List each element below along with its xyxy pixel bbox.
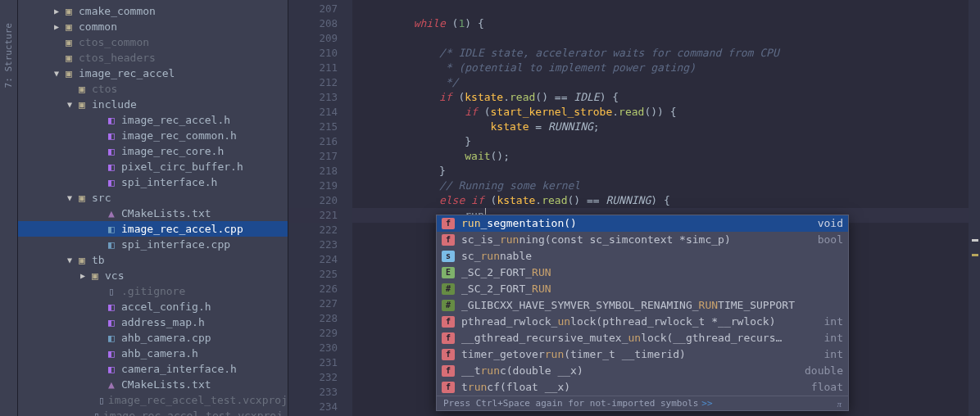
- tree-item-label: CMakeLists.txt: [121, 207, 211, 219]
- completion-item[interactable]: fsc_is_running(const sc_simcontext *simc…: [437, 232, 848, 248]
- code-line-216: }: [352, 134, 969, 149]
- folder-icon: ▣: [75, 254, 88, 266]
- tree-row[interactable]: ▼▣tb: [18, 252, 288, 268]
- tree-row[interactable]: ◧camera_interface.h: [18, 361, 288, 377]
- file-icon: ▯: [93, 409, 100, 416]
- completion-return-type: double: [805, 364, 843, 378]
- marker-strip[interactable]: [969, 0, 980, 416]
- tree-toggle-icon[interactable]: ▶: [51, 22, 62, 31]
- completion-label: _SC_2_FORT_RUN: [461, 265, 843, 280]
- line-number: 212: [288, 75, 338, 90]
- tree-toggle-icon[interactable]: ▶: [77, 271, 88, 280]
- line-number: 232: [288, 370, 338, 385]
- completion-footer: Press Ctrl+Space again for not-imported …: [437, 396, 848, 410]
- editor-area[interactable]: while (1) { /* IDLE state, accelerator w…: [352, 0, 969, 416]
- completion-label: _GLIBCXX_HAVE_SYMVER_SYMBOL_RENAMING_RUN…: [461, 298, 843, 313]
- completion-kind-icon: f: [442, 316, 455, 328]
- tree-row[interactable]: ◧image_rec_common.h: [18, 128, 288, 143]
- tree-row[interactable]: ◧pixel_circ_buffer.h: [18, 159, 288, 174]
- completion-kind-icon: f: [442, 218, 455, 229]
- tree-row[interactable]: ▼▣image_rec_accel: [18, 66, 288, 81]
- completion-item[interactable]: ssc_runnable: [437, 248, 848, 265]
- tree-item-label: cmake_common: [79, 5, 156, 17]
- completion-item[interactable]: frun_segmentation()void: [437, 215, 848, 232]
- tree-row[interactable]: ◧spi_interface.cpp: [18, 237, 288, 252]
- tree-toggle-icon[interactable]: ▼: [64, 193, 75, 202]
- tree-row[interactable]: ▲CMakeLists.txt: [18, 377, 288, 392]
- line-number: 208: [288, 16, 338, 31]
- completion-item[interactable]: f__trunc(double __x)double: [437, 363, 848, 379]
- tree-row[interactable]: ◧image_rec_core.h: [18, 143, 288, 159]
- tree-row[interactable]: ◧image_rec_accel.cpp: [18, 221, 288, 237]
- structure-tool-tab[interactable]: 7: Structure: [0, 0, 18, 416]
- completion-item[interactable]: ftimer_getoverrun(timer_t __timerid)int: [437, 346, 848, 363]
- tree-item-label: CMakeLists.txt: [121, 378, 211, 391]
- completion-item[interactable]: #_SC_2_FORT_RUN: [437, 281, 848, 297]
- tree-row[interactable]: ▯.gitignore: [18, 283, 288, 299]
- completion-kind-icon: E: [442, 267, 455, 278]
- tree-item-label: ahb_camera.cpp: [121, 332, 211, 344]
- tree-item-label: address_map.h: [121, 316, 205, 328]
- tree-row[interactable]: ▶▣common: [18, 19, 288, 34]
- tree-toggle-icon[interactable]: ▼: [64, 255, 75, 265]
- tree-item-label: ctos: [92, 83, 117, 95]
- line-number: 215: [288, 120, 338, 134]
- completion-item[interactable]: fpthread_rwlock_unlock(pthread_rwlock_t …: [437, 314, 848, 330]
- completion-label: sc_runnable: [461, 249, 843, 264]
- tree-row[interactable]: ◧ahb_camera.h: [18, 346, 288, 361]
- line-number: 234: [288, 400, 338, 414]
- tree-row[interactable]: ▶▣vcs: [18, 268, 288, 283]
- code-line-211: * (potential to implement power gating): [352, 61, 969, 75]
- completion-kind-icon: f: [442, 332, 455, 344]
- code-line-217: wait();: [352, 149, 969, 164]
- completion-item[interactable]: #_GLIBCXX_HAVE_SYMVER_SYMBOL_RENAMING_RU…: [437, 297, 848, 314]
- tree-toggle-icon[interactable]: ▼: [51, 69, 62, 78]
- tree-row[interactable]: ◧spi_interface.h: [18, 174, 288, 190]
- tree-row[interactable]: ▲CMakeLists.txt: [18, 206, 288, 221]
- completion-kind-icon: f: [442, 234, 455, 246]
- completion-return-type: float: [811, 380, 843, 395]
- tree-item-label: pixel_circ_buffer.h: [121, 161, 243, 173]
- tree-toggle-icon[interactable]: ▼: [64, 100, 75, 109]
- tree-row[interactable]: ▯image_rec_accel_test.vcxproj.filters: [18, 408, 288, 416]
- tree-row[interactable]: ▣ctos_common: [18, 34, 288, 50]
- tree-toggle-icon[interactable]: ▶: [51, 7, 62, 16]
- line-number: 230: [288, 341, 338, 355]
- code-line-219: // Running some kernel: [352, 179, 969, 193]
- header-file-icon: ◧: [105, 176, 118, 188]
- tree-row[interactable]: ▣ctos: [18, 81, 288, 97]
- tree-row[interactable]: ▶▣cmake_common: [18, 3, 288, 19]
- tree-row[interactable]: ▯image_rec_accel_test.vcxproj: [18, 392, 288, 408]
- completion-item[interactable]: f__gthread_recursive_mutex_unlock(__gthr…: [437, 330, 848, 346]
- tree-row[interactable]: ▼▣src: [18, 190, 288, 206]
- file-icon: ▯: [98, 394, 105, 406]
- pi-icon[interactable]: π: [837, 396, 842, 411]
- completion-item[interactable]: ftruncf(float __x)float: [437, 379, 848, 396]
- tree-row[interactable]: ▼▣include: [18, 97, 288, 112]
- tree-row[interactable]: ◧address_map.h: [18, 314, 288, 330]
- project-tree[interactable]: ▶▣cmake_common▶▣common▣ctos_common▣ctos_…: [18, 0, 288, 416]
- tree-row[interactable]: ▣ctos_headers: [18, 50, 288, 66]
- editor-gutter: 2072082092102112122132142152162172182192…: [288, 0, 352, 416]
- tree-item-label: spi_interface.h: [121, 176, 217, 188]
- code-line-214: if (start_kernel_strobe.read()) {: [352, 105, 969, 120]
- header-file-icon: ◧: [105, 161, 118, 173]
- completion-more-link[interactable]: >>: [701, 396, 712, 411]
- tree-row[interactable]: ◧accel_config.h: [18, 299, 288, 314]
- completion-label: __trunc(double __x): [461, 364, 801, 378]
- completion-popup[interactable]: frun_segmentation()voidfsc_is_running(co…: [436, 215, 849, 411]
- header-file-icon: ◧: [105, 129, 118, 142]
- completion-return-type: int: [824, 347, 843, 362]
- completion-item[interactable]: E_SC_2_FORT_RUN: [437, 265, 848, 281]
- tree-item-label: ctos_common: [79, 36, 149, 48]
- tree-row[interactable]: ◧ahb_camera.cpp: [18, 330, 288, 346]
- folder-icon: ▣: [62, 36, 75, 48]
- completion-label: truncf(float __x): [461, 380, 808, 395]
- cmake-file-icon: ▲: [105, 207, 118, 219]
- header-file-icon: ◧: [105, 363, 118, 375]
- header-file-icon: ◧: [105, 347, 118, 359]
- tree-item-label: common: [79, 20, 117, 33]
- tree-item-label: image_rec_accel_test.vcxproj.filters: [103, 409, 288, 416]
- tree-row[interactable]: ◧image_rec_accel.h: [18, 112, 288, 128]
- completion-return-type: int: [824, 331, 843, 346]
